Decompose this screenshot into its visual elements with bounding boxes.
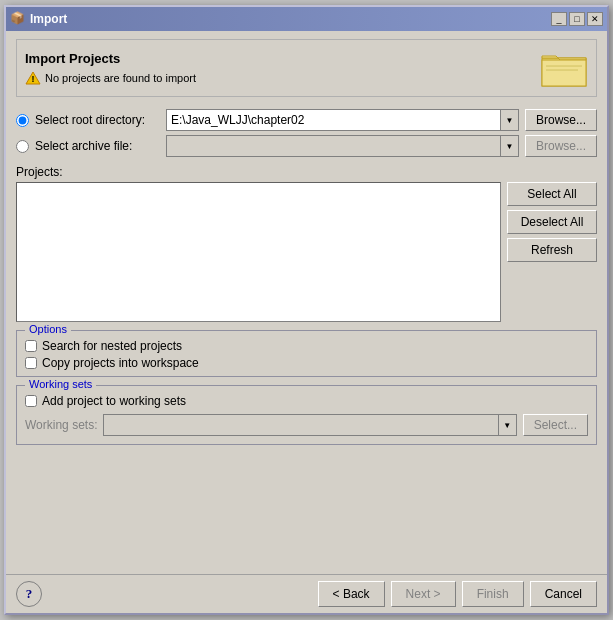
title-bar: 📦 Import _ □ ✕ xyxy=(6,7,607,31)
back-button[interactable]: < Back xyxy=(318,581,385,607)
minimize-button[interactable]: _ xyxy=(551,12,567,26)
header-section: Import Projects ! No projects are found … xyxy=(16,39,597,97)
archive-file-browse-button: Browse... xyxy=(525,135,597,157)
working-sets-select-row: Working sets: ▼ Select... xyxy=(25,414,588,436)
root-dir-value: E:\Java_WLJJ\chapter02 xyxy=(167,112,500,128)
svg-text:!: ! xyxy=(32,74,35,84)
working-sets-value xyxy=(104,424,497,426)
title-bar-left: 📦 Import xyxy=(10,11,67,27)
root-dir-browse-button[interactable]: Browse... xyxy=(525,109,597,131)
warning-icon: ! xyxy=(25,70,41,86)
projects-container: Select All Deselect All Refresh xyxy=(16,182,597,322)
form-section: Select root directory: E:\Java_WLJJ\chap… xyxy=(16,101,597,165)
search-nested-checkbox[interactable] xyxy=(25,340,37,352)
working-sets-combo: ▼ xyxy=(103,414,516,436)
dialog-content: Import Projects ! No projects are found … xyxy=(6,31,607,574)
copy-projects-label: Copy projects into workspace xyxy=(42,356,199,370)
warning-row: ! No projects are found to import xyxy=(25,70,196,86)
archive-file-radio[interactable] xyxy=(16,140,29,153)
select-all-button[interactable]: Select All xyxy=(507,182,597,206)
help-button[interactable]: ? xyxy=(16,581,42,607)
cancel-button[interactable]: Cancel xyxy=(530,581,597,607)
projects-label: Projects: xyxy=(16,165,597,179)
add-to-working-sets-row: Add project to working sets xyxy=(25,394,588,408)
refresh-button[interactable]: Refresh xyxy=(507,238,597,262)
dialog-title: Import Projects xyxy=(25,51,196,66)
window-title: Import xyxy=(30,12,67,26)
working-sets-group: Working sets Add project to working sets… xyxy=(16,385,597,445)
next-button: Next > xyxy=(391,581,456,607)
folder-icon xyxy=(540,48,588,88)
search-nested-row: Search for nested projects xyxy=(25,339,588,353)
archive-file-row: Select archive file: ▼ Browse... xyxy=(16,135,597,157)
options-group: Options Search for nested projects Copy … xyxy=(16,330,597,377)
bottom-bar: ? < Back Next > Finish Cancel xyxy=(6,574,607,613)
deselect-all-button[interactable]: Deselect All xyxy=(507,210,597,234)
archive-file-label: Select archive file: xyxy=(35,139,160,153)
working-sets-select-button: Select... xyxy=(523,414,588,436)
archive-file-combo: ▼ xyxy=(166,135,519,157)
archive-file-dropdown-arrow: ▼ xyxy=(500,136,518,156)
working-sets-legend: Working sets xyxy=(25,378,96,390)
finish-button: Finish xyxy=(462,581,524,607)
search-nested-label: Search for nested projects xyxy=(42,339,182,353)
window-icon: 📦 xyxy=(10,11,26,27)
copy-projects-row: Copy projects into workspace xyxy=(25,356,588,370)
import-dialog: 📦 Import _ □ ✕ Import Projects ! No proj… xyxy=(4,5,609,615)
maximize-button[interactable]: □ xyxy=(569,12,585,26)
svg-rect-3 xyxy=(542,60,586,86)
root-dir-radio[interactable] xyxy=(16,114,29,127)
copy-projects-checkbox[interactable] xyxy=(25,357,37,369)
add-to-working-sets-label: Add project to working sets xyxy=(42,394,186,408)
root-dir-combo[interactable]: E:\Java_WLJJ\chapter02 ▼ xyxy=(166,109,519,131)
working-sets-dropdown-arrow: ▼ xyxy=(498,415,516,435)
working-sets-inline-label: Working sets: xyxy=(25,418,97,432)
header-left: Import Projects ! No projects are found … xyxy=(25,51,196,86)
root-dir-dropdown-arrow[interactable]: ▼ xyxy=(500,110,518,130)
projects-buttons: Select All Deselect All Refresh xyxy=(507,182,597,262)
close-button[interactable]: ✕ xyxy=(587,12,603,26)
root-dir-row: Select root directory: E:\Java_WLJJ\chap… xyxy=(16,109,597,131)
add-to-working-sets-checkbox[interactable] xyxy=(25,395,37,407)
root-dir-label: Select root directory: xyxy=(35,113,160,127)
title-buttons: _ □ ✕ xyxy=(551,12,603,26)
projects-list[interactable] xyxy=(16,182,501,322)
archive-file-value xyxy=(167,145,500,147)
projects-section: Projects: Select All Deselect All Refres… xyxy=(16,165,597,322)
options-legend: Options xyxy=(25,323,71,335)
warning-message: No projects are found to import xyxy=(45,72,196,84)
